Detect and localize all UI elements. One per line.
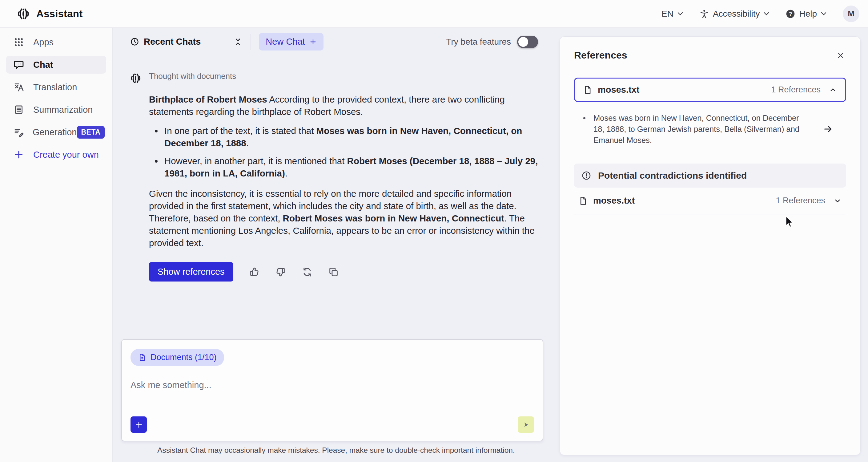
reference-count: 1 References <box>771 85 820 94</box>
file-icon <box>583 85 592 94</box>
chevron-down-icon <box>763 12 770 16</box>
contradictions-label: Potential contradictions identified <box>598 170 747 181</box>
reference-quote-row: Moses was born in New Haven, Connecticut… <box>574 102 846 155</box>
chevron-down-icon <box>820 12 827 16</box>
sidebar-item-label: Summarization <box>33 105 93 115</box>
help-label: Help <box>799 9 817 19</box>
chat-input[interactable] <box>130 380 494 414</box>
help-icon: ? <box>785 9 795 19</box>
sidebar-item-generation[interactable]: Generation BETA <box>6 123 106 141</box>
chat-message-area: Thought with documents Birthplace of Rob… <box>113 71 560 282</box>
chevron-down-icon <box>677 12 683 16</box>
help-menu[interactable]: ? Help <box>785 9 827 19</box>
close-icon[interactable] <box>835 50 846 61</box>
new-chat-label: New Chat <box>266 37 305 47</box>
sidebar-item-label: Chat <box>33 60 53 70</box>
message-text: Birthplace of Robert Moses According to … <box>149 93 540 249</box>
sidebar-item-chat[interactable]: Chat <box>6 56 106 74</box>
collapse-chats-icon[interactable] <box>233 37 243 47</box>
chevron-down-icon[interactable] <box>833 197 842 205</box>
alert-circle-icon <box>582 171 591 180</box>
app-title: Assistant <box>36 8 83 20</box>
apps-grid-icon <box>13 37 25 48</box>
toggle-knob <box>518 37 528 47</box>
sidebar-item-label: Translation <box>33 82 77 92</box>
reference-filename: moses.txt <box>598 85 639 95</box>
bullet-dot <box>583 117 585 119</box>
message-intro: Birthplace of Robert Moses According to … <box>149 93 540 118</box>
translate-icon <box>13 82 25 92</box>
sidebar-item-apps[interactable]: Apps <box>6 33 106 51</box>
disclaimer-text: Assistant Chat may occasionally make mis… <box>113 446 560 455</box>
beta-toggle-label: Try beta features <box>446 37 511 47</box>
language-label: EN <box>661 9 674 19</box>
attach-button[interactable] <box>130 416 147 433</box>
reference-card-collapsed[interactable]: moses.txt 1 References <box>574 187 846 214</box>
sidebar-item-label: Generation <box>33 127 77 137</box>
reference-quote-text: Moses was born in New Haven, Connecticut… <box>593 112 809 146</box>
message-bullets: In one part of the text, it is stated th… <box>149 125 540 179</box>
reference-card-expanded[interactable]: moses.txt 1 References <box>574 78 846 102</box>
sidebar-item-label: Create your own <box>33 150 99 160</box>
accessibility-menu[interactable]: Accessibility <box>699 9 770 19</box>
recent-chats-label: Recent Chats <box>144 37 201 47</box>
user-avatar[interactable]: M <box>843 5 859 22</box>
reference-filename: moses.txt <box>593 196 635 206</box>
message-bullet-2: However, in another part, it is mentione… <box>162 155 540 179</box>
accessibility-label: Accessibility <box>713 9 760 19</box>
document-lines-icon <box>13 105 25 115</box>
beta-features-control: Try beta features <box>446 36 538 48</box>
generation-pencil-icon <box>13 127 24 137</box>
language-selector[interactable]: EN <box>661 9 683 19</box>
sidebar-item-translation[interactable]: Translation <box>6 78 106 96</box>
arrow-right-icon[interactable] <box>823 124 833 134</box>
beta-badge: BETA <box>77 126 105 139</box>
plus-icon <box>309 38 317 46</box>
message-source-label: Thought with documents <box>149 71 540 81</box>
message-bullet-1: In one part of the text, it is stated th… <box>162 125 540 149</box>
thumbs-up-button[interactable] <box>249 266 260 278</box>
sidebar: Apps Chat Translation <box>0 28 113 462</box>
accessibility-icon <box>699 9 709 19</box>
send-button[interactable] <box>518 416 534 433</box>
beta-features-toggle[interactable] <box>517 36 538 48</box>
chat-bubble-icon <box>13 59 25 70</box>
references-title: References <box>574 50 627 61</box>
aleph-alpha-logo-icon <box>17 7 30 21</box>
references-panel: References moses.txt 1 References Moses … <box>560 36 861 455</box>
sidebar-item-label: Apps <box>33 37 54 48</box>
assistant-logo-icon <box>130 72 142 84</box>
thumbs-down-button[interactable] <box>275 266 286 278</box>
sidebar-item-summarization[interactable]: Summarization <box>6 101 106 119</box>
document-upload-icon <box>138 353 146 362</box>
regenerate-button[interactable] <box>302 266 313 278</box>
brand: Assistant <box>17 7 83 21</box>
documents-chip[interactable]: Documents (1/10) <box>130 349 224 366</box>
show-references-button[interactable]: Show references <box>149 262 233 282</box>
top-bar: Assistant EN Accessibility <box>0 0 868 28</box>
new-chat-button[interactable]: New Chat <box>259 33 323 51</box>
chevron-up-icon[interactable] <box>829 86 837 94</box>
copy-button[interactable] <box>328 266 339 278</box>
composer: Documents (1/10) <box>121 339 543 441</box>
reference-count: 1 References <box>776 196 825 205</box>
svg-text:?: ? <box>789 11 792 17</box>
chat-header: Recent Chats New Chat Try beta features <box>113 28 560 56</box>
recent-chats[interactable]: Recent Chats <box>130 37 201 47</box>
clock-icon <box>130 37 140 47</box>
message-actions: Show references <box>149 262 540 282</box>
plus-icon <box>13 149 25 160</box>
message-closing: Given the inconsistency, it is essential… <box>149 187 540 249</box>
file-icon <box>578 196 588 205</box>
contradictions-banner: Potential contradictions identified <box>574 164 846 187</box>
documents-chip-label: Documents (1/10) <box>151 353 217 362</box>
sidebar-item-create-your-own[interactable]: Create your own <box>6 146 106 164</box>
